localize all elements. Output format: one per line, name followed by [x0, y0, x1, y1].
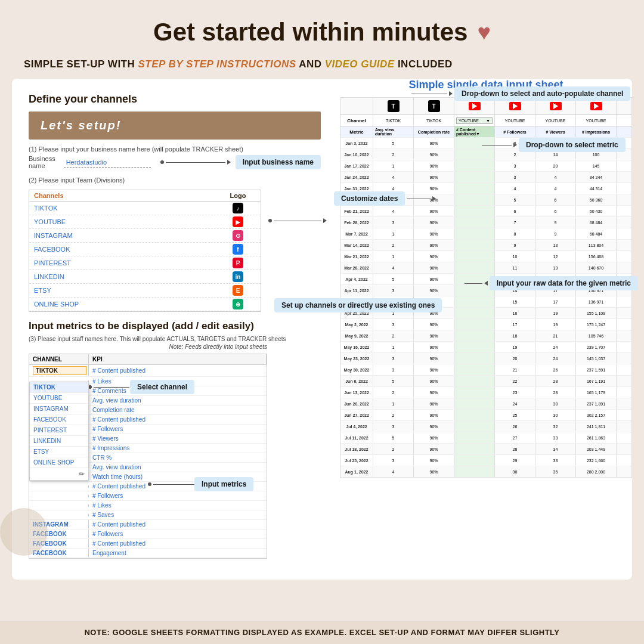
- table-row: Jul 18, 2022 2 90% 28 34 203 1,449: [340, 444, 631, 455]
- v1-cell: 5: [373, 274, 414, 284]
- channels-callout-box: Set up channels or directly use existing…: [274, 298, 442, 312]
- v6-cell: 302 2,157: [576, 410, 617, 420]
- v1-cell: 3: [373, 364, 414, 375]
- v2-cell: 90%: [414, 149, 454, 160]
- date-cell: Aug 1, 2022: [340, 466, 373, 477]
- table-row: FACEBOOK Engagement: [29, 549, 267, 558]
- youtube-logo-4: [590, 102, 602, 110]
- table-row: May 30, 2022 3 90% 21 26 237 1,591: [340, 364, 631, 376]
- channel-row: ETSY E: [29, 284, 261, 298]
- table-row: Jun 13, 2022 2 90% 23 28 165 1,179: [340, 387, 631, 398]
- v5-cell: 9: [535, 217, 576, 228]
- v5-cell: 19: [535, 319, 576, 330]
- v6-cell: 165 1,179: [576, 387, 617, 398]
- v2-cell: 90%: [414, 455, 454, 466]
- channel-youtube-dropdown[interactable]: YOUTUBE ▼: [454, 115, 495, 126]
- metrics-note: Note: Feeds directly into input sheets: [29, 343, 267, 350]
- v6-cell: 237 1,891: [576, 398, 617, 409]
- dropdown-item-pinterest[interactable]: PINTEREST: [30, 425, 88, 436]
- metric-dropdown-arrow: Drop-down to select metric: [482, 138, 626, 152]
- v5-cell: 24: [535, 353, 576, 364]
- v4-cell: 11: [495, 262, 535, 273]
- sheet-metric-label: Metric: [340, 126, 373, 137]
- v2-cell: 90%: [414, 319, 454, 330]
- dropdown-item-instagram[interactable]: INSTAGRAM: [30, 404, 88, 414]
- dropdown-item-youtube[interactable]: YOUTUBE: [30, 393, 88, 404]
- business-name-callout: Input business name: [236, 155, 321, 169]
- kpi-cell: # Content published: [89, 539, 267, 548]
- date-cell: Feb 21, 2022: [340, 206, 373, 216]
- v2-cell: 90%: [414, 432, 454, 443]
- v2-cell: 90%: [414, 330, 454, 341]
- date-cell: May 9, 2022: [340, 330, 373, 341]
- channel-row: INSTAGRAM ⊙: [29, 229, 261, 243]
- v4-cell: 15: [495, 296, 535, 307]
- channels-callout-wrapper: Set up channels or directly use existing…: [274, 298, 442, 312]
- v5-cell: 19: [535, 308, 576, 318]
- date-cell: Jun 6, 2022: [340, 376, 373, 386]
- dropdown-item-linkedin[interactable]: LINKEDIN: [30, 436, 88, 447]
- v2-cell: 90%: [414, 160, 454, 171]
- v4-cell: 8: [495, 228, 535, 239]
- dropdown-value: YOUTUBE: [459, 119, 479, 123]
- logo-icon: f: [233, 244, 243, 255]
- v3-cell: [454, 421, 495, 432]
- channel-dropdown-cell[interactable]: YOUTUBE ▼: [456, 117, 493, 124]
- metrics-col-kpi-header: KPI: [89, 354, 267, 364]
- business-name-input[interactable]: [64, 157, 151, 168]
- channel-name: INSTAGRAM: [34, 232, 220, 239]
- v4-cell: 20: [495, 353, 535, 364]
- tiktok-logo-1: T: [388, 100, 400, 112]
- logo-icon: ⊙: [233, 230, 243, 241]
- v3-cell: [454, 172, 495, 182]
- date-cell: Mar 28, 2022: [340, 262, 373, 273]
- logo-icon: ⊕: [233, 299, 243, 309]
- v3-cell: [454, 444, 495, 454]
- channel-dropdown-input[interactable]: TIKTOK: [33, 366, 86, 375]
- v2-cell: 90%: [414, 444, 454, 454]
- customize-dates-arrow: Customize dates: [334, 191, 436, 206]
- channel-cell: [29, 485, 89, 488]
- kpi-cell: # Viewers: [89, 434, 267, 443]
- logo-icon: E: [233, 285, 243, 296]
- v1-cell: 3: [373, 217, 414, 228]
- v1-cell: 2: [373, 240, 414, 250]
- date-cell: Jun 20, 2022: [340, 398, 373, 409]
- channel-row: PINTEREST P: [29, 256, 261, 270]
- dropdown-item-tiktok[interactable]: TIKTOK: [30, 382, 88, 393]
- v3-cell: [454, 364, 495, 375]
- channel-name: ETSY: [34, 287, 220, 294]
- table-row: Jun 20, 2022 1 90% 24 30 237 1,891: [340, 398, 631, 410]
- youtube-logo-3: [550, 102, 562, 110]
- logo-icon: ▶: [233, 216, 243, 227]
- v4-cell: 9: [495, 240, 535, 250]
- arrow-head: [227, 160, 231, 165]
- table-row: Mar 28, 2022 4 90% 11 13 140 670: [340, 262, 631, 274]
- v6-cell: 241 1,811: [576, 421, 617, 432]
- v5-cell: 12: [535, 251, 576, 262]
- dropdown-item-etsy[interactable]: ETSY: [30, 447, 88, 457]
- metric-drop-head: [513, 143, 517, 147]
- v6-cell: 140 670: [576, 262, 617, 273]
- input-metrics-callout-box: Input metrics: [194, 477, 253, 491]
- v3-cell: [454, 353, 495, 364]
- channel-youtube-3: YOUTUBE: [535, 115, 576, 126]
- subtitle-prefix: SIMPLE SET-UP: [24, 58, 105, 70]
- dropdown-item-facebook[interactable]: FACEBOOK: [30, 414, 88, 425]
- channel-cell: [29, 495, 89, 497]
- table-row: Jun 27, 2022 2 90% 25 30 302 2,157: [340, 410, 631, 421]
- metrics-section: Input metrics to be displayed (add / edi…: [29, 320, 321, 559]
- kpi-cell: Avg. view duration: [89, 396, 267, 405]
- v5-cell: 32: [535, 421, 576, 432]
- metric-cp-dropdown[interactable]: # Content published▼: [454, 126, 495, 137]
- channel-row: FACEBOOK f: [29, 243, 261, 256]
- business-label: Business name: [29, 155, 59, 169]
- table-row: Jun 6, 2022 5 90% 22 28 167 1,191: [340, 376, 631, 387]
- metric-dropdown-callout-box: Drop-down to select metric: [519, 138, 626, 152]
- v6-cell: 145 1,037: [576, 353, 617, 364]
- date-cell: Jan 17, 2022: [340, 160, 373, 171]
- dropdown-item-onlineshop[interactable]: ONLINE SHOP: [30, 457, 88, 468]
- channel-logo: ⊙: [220, 230, 256, 241]
- v1-cell: 2: [373, 330, 414, 341]
- v4-cell: 3: [495, 160, 535, 171]
